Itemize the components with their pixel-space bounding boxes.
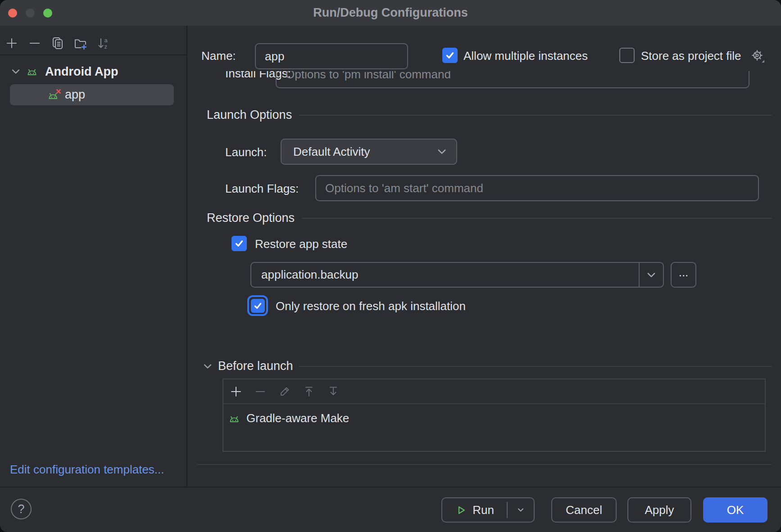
combobox-dropdown-button[interactable] xyxy=(639,263,663,287)
restore-app-state-label[interactable]: Restore app state xyxy=(255,237,347,251)
chevron-down-icon[interactable] xyxy=(203,361,213,371)
install-flags-input[interactable] xyxy=(276,71,749,88)
configurations-toolbar: a z xyxy=(5,35,111,51)
tree-item-label: app xyxy=(65,88,85,102)
titlebar: Run/Debug Configurations xyxy=(0,0,781,26)
launch-options-section: Launch Options xyxy=(207,108,772,122)
edit-configuration-templates-link[interactable]: Edit configuration templates... xyxy=(10,463,164,477)
section-divider-line xyxy=(299,115,772,116)
android-icon xyxy=(227,412,241,425)
launch-mode-dropdown[interactable]: Default Activity xyxy=(281,139,457,165)
android-icon xyxy=(25,65,39,78)
store-settings-gear-icon[interactable] xyxy=(749,48,766,66)
run-options-chevron[interactable] xyxy=(508,498,534,522)
sort-alphabetically-icon[interactable]: a z xyxy=(96,35,111,51)
launch-flags-input[interactable] xyxy=(315,175,759,201)
sidebar-toolbar-separator xyxy=(0,54,186,55)
tree-group-android-app[interactable]: Android App xyxy=(11,61,118,82)
remove-task-icon[interactable] xyxy=(253,383,268,400)
browse-button[interactable]: ... xyxy=(671,262,696,288)
allow-multiple-instances-label[interactable]: Allow multiple instances xyxy=(463,49,588,63)
copy-configuration-icon[interactable] xyxy=(50,35,65,51)
launch-mode-value: Default Activity xyxy=(293,145,436,159)
chevron-down-icon xyxy=(436,146,447,157)
chevron-down-icon xyxy=(646,270,657,280)
install-flags-row-clipped: Install Flags: xyxy=(187,71,781,92)
task-label: Gradle-aware Make xyxy=(246,411,349,425)
add-configuration-icon[interactable] xyxy=(5,35,19,51)
move-task-up-icon[interactable] xyxy=(302,383,316,400)
svg-text:a: a xyxy=(104,37,108,44)
launch-flags-label: Launch Flags: xyxy=(225,182,299,196)
play-icon xyxy=(455,504,467,516)
check-icon xyxy=(253,301,263,311)
restore-options-section: Restore Options xyxy=(207,211,772,225)
check-icon xyxy=(445,50,455,60)
help-button[interactable]: ? xyxy=(11,499,32,519)
form-bottom-separator xyxy=(197,464,772,465)
check-icon xyxy=(234,239,244,248)
before-launch-section: Before launch xyxy=(203,359,772,373)
store-as-project-file-label[interactable]: Store as project file xyxy=(641,49,741,63)
ok-button[interactable]: OK xyxy=(703,497,767,523)
cancel-button[interactable]: Cancel xyxy=(551,497,617,523)
android-error-icon xyxy=(47,88,62,102)
backup-file-value: application.backup xyxy=(251,263,639,287)
run-button-label: Run xyxy=(472,503,494,517)
remove-configuration-icon[interactable] xyxy=(27,35,42,51)
allow-multiple-instances-checkbox[interactable] xyxy=(442,48,458,63)
before-launch-title: Before launch xyxy=(218,359,293,373)
store-as-project-file-checkbox[interactable] xyxy=(619,48,635,63)
section-divider-line xyxy=(302,218,772,219)
only-fresh-install-label[interactable]: Only restore on fresh apk installation xyxy=(276,299,466,313)
before-launch-toolbar xyxy=(223,379,765,404)
restore-app-state-checkbox[interactable] xyxy=(232,236,247,251)
restore-options-title: Restore Options xyxy=(207,211,295,225)
chevron-down-icon xyxy=(516,505,525,514)
add-task-icon[interactable] xyxy=(229,383,243,400)
only-fresh-install-checkbox-focused[interactable] xyxy=(247,295,268,316)
backup-file-combobox[interactable]: application.backup xyxy=(250,262,664,288)
svg-text:z: z xyxy=(104,43,108,50)
edit-task-icon[interactable] xyxy=(277,383,292,400)
name-input[interactable] xyxy=(255,43,408,69)
run-split-button[interactable]: Run xyxy=(441,497,535,523)
tree-item-app-selected[interactable]: app xyxy=(10,84,174,105)
section-divider-line xyxy=(299,366,772,367)
new-folder-icon[interactable] xyxy=(73,35,88,51)
window-title: Run/Debug Configurations xyxy=(0,0,781,26)
run-debug-configurations-dialog: Run/Debug Configurations xyxy=(0,0,781,532)
footer-separator xyxy=(0,487,781,487)
sidebar-divider xyxy=(186,26,187,487)
move-task-down-icon[interactable] xyxy=(326,383,341,400)
tree-group-label: Android App xyxy=(45,65,118,79)
name-label: Name: xyxy=(201,49,236,63)
chevron-down-icon[interactable] xyxy=(11,67,21,77)
before-launch-task-row[interactable]: Gradle-aware Make xyxy=(223,404,765,425)
apply-button[interactable]: Apply xyxy=(627,497,691,523)
before-launch-task-panel: Gradle-aware Make xyxy=(222,379,766,452)
launch-label: Launch: xyxy=(225,145,267,159)
launch-options-title: Launch Options xyxy=(207,108,292,122)
run-button[interactable]: Run xyxy=(442,498,507,522)
